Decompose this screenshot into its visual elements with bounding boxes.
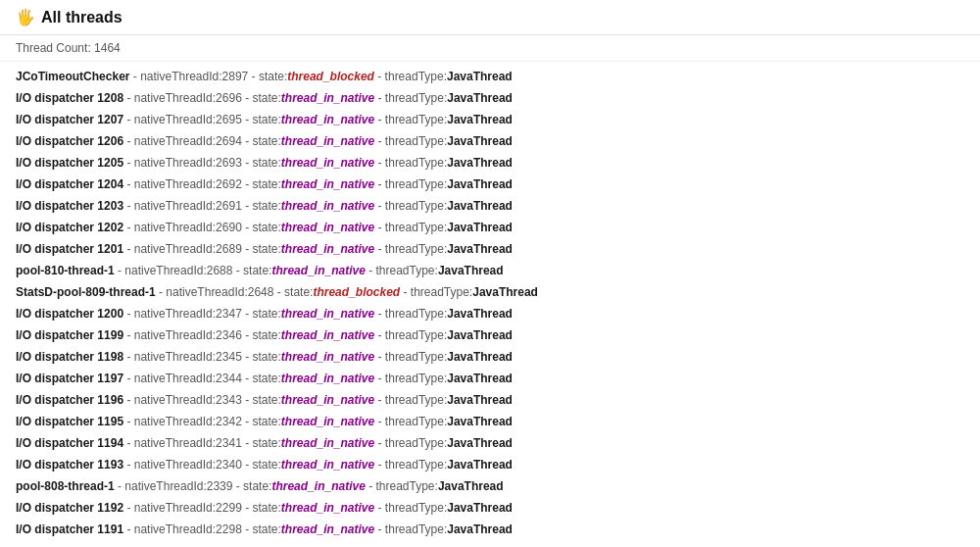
thread-state: thread_in_native <box>281 501 374 515</box>
thread-type-value: JavaThread <box>447 328 513 342</box>
thread-row[interactable]: I/O dispatcher 1197 - nativeThreadId:234… <box>16 368 964 389</box>
thread-native-id: - nativeThreadId:2341 - state: <box>123 436 281 450</box>
thread-name: I/O dispatcher 1192 <box>16 501 123 515</box>
thread-type-label: - threadType: <box>374 156 447 170</box>
thread-native-id: - nativeThreadId:2339 - state: <box>115 479 272 493</box>
thread-row[interactable]: I/O dispatcher 1192 - nativeThreadId:229… <box>16 497 964 519</box>
thread-name: I/O dispatcher 1193 <box>16 458 123 472</box>
thread-row[interactable]: pool-808-thread-1 - nativeThreadId:2339 … <box>16 475 964 497</box>
thread-type-value: JavaThread <box>447 522 513 536</box>
thread-state: thread_in_native <box>271 479 365 493</box>
thread-row[interactable]: I/O dispatcher 1207 - nativeThreadId:269… <box>16 109 964 130</box>
thread-state: thread_in_native <box>281 415 374 428</box>
thread-state: thread_in_native <box>281 436 374 450</box>
thread-type-label: - threadType: <box>374 415 447 428</box>
thread-row[interactable]: I/O dispatcher 1191 - nativeThreadId:229… <box>16 519 964 540</box>
thread-native-id: - nativeThreadId:2298 - state: <box>123 522 281 536</box>
thread-type-value: JavaThread <box>447 350 513 364</box>
thread-type-label: - threadType: <box>400 285 472 299</box>
thread-row[interactable]: I/O dispatcher 1196 - nativeThreadId:234… <box>16 389 964 411</box>
thread-type-value: JavaThread <box>447 199 513 213</box>
thread-native-id: - nativeThreadId:2340 - state: <box>123 458 281 472</box>
thread-native-id: - nativeThreadId:2299 - state: <box>123 501 281 515</box>
thread-type-value: JavaThread <box>472 285 538 299</box>
thread-row[interactable]: StatsD-pool-809-thread-1 - nativeThreadI… <box>16 281 964 303</box>
thread-type-value: JavaThread <box>447 458 513 472</box>
thread-state: thread_in_native <box>281 221 374 234</box>
thread-name: JCoTimeoutChecker <box>16 70 129 83</box>
thread-name: I/O dispatcher 1202 <box>16 221 123 234</box>
thread-type-label: - threadType: <box>366 479 438 493</box>
thread-count-bar: Thread Count: 1464 <box>0 35 980 62</box>
thread-state: thread_in_native <box>281 328 374 342</box>
thread-state: thread_in_native <box>281 156 374 170</box>
thread-native-id: - nativeThreadId:2342 - state: <box>123 415 281 428</box>
thread-name: I/O dispatcher 1204 <box>16 177 123 191</box>
thread-name: I/O dispatcher 1198 <box>16 350 123 364</box>
thread-list: JCoTimeoutChecker - nativeThreadId:2897 … <box>0 62 980 540</box>
thread-type-value: JavaThread <box>447 242 513 256</box>
thread-state: thread_in_native <box>281 458 374 472</box>
thread-state: thread_in_native <box>281 113 374 126</box>
thread-row[interactable]: I/O dispatcher 1208 - nativeThreadId:269… <box>16 87 964 109</box>
thread-row[interactable]: I/O dispatcher 1198 - nativeThreadId:234… <box>16 346 964 368</box>
thread-row[interactable]: JCoTimeoutChecker - nativeThreadId:2897 … <box>16 66 964 87</box>
thread-type-value: JavaThread <box>447 113 513 126</box>
thread-type-value: JavaThread <box>438 479 504 493</box>
thread-type-label: - threadType: <box>374 393 447 407</box>
thread-row[interactable]: I/O dispatcher 1204 - nativeThreadId:269… <box>16 174 964 195</box>
thread-state: thread_in_native <box>281 134 374 148</box>
thread-row[interactable]: I/O dispatcher 1201 - nativeThreadId:268… <box>16 238 964 260</box>
page-title: All threads <box>41 9 122 26</box>
thread-row[interactable]: I/O dispatcher 1195 - nativeThreadId:234… <box>16 411 964 432</box>
thread-native-id: - nativeThreadId:2694 - state: <box>123 134 281 148</box>
thread-row[interactable]: I/O dispatcher 1205 - nativeThreadId:269… <box>16 152 964 174</box>
thread-name: I/O dispatcher 1197 <box>16 372 123 385</box>
thread-count-value: 1464 <box>94 41 121 55</box>
thread-row[interactable]: I/O dispatcher 1194 - nativeThreadId:234… <box>16 432 964 454</box>
thread-name: I/O dispatcher 1207 <box>16 113 123 126</box>
thread-name: I/O dispatcher 1195 <box>16 415 123 428</box>
thread-native-id: - nativeThreadId:2688 - state: <box>115 264 272 277</box>
thread-native-id: - nativeThreadId:2346 - state: <box>123 328 281 342</box>
thread-type-label: - threadType: <box>374 501 447 515</box>
thread-type-value: JavaThread <box>447 501 513 515</box>
thread-type-value: JavaThread <box>447 372 513 385</box>
thread-state: thread_in_native <box>281 242 374 256</box>
thread-state: thread_in_native <box>281 350 374 364</box>
thread-type-value: JavaThread <box>447 393 513 407</box>
thread-type-value: JavaThread <box>447 70 513 83</box>
thread-name: I/O dispatcher 1196 <box>16 393 123 407</box>
thread-native-id: - nativeThreadId:2344 - state: <box>123 372 281 385</box>
thread-native-id: - nativeThreadId:2345 - state: <box>123 350 281 364</box>
thread-type-value: JavaThread <box>447 91 513 105</box>
thread-type-value: JavaThread <box>447 156 513 170</box>
thread-name: I/O dispatcher 1199 <box>16 328 123 342</box>
thread-name: I/O dispatcher 1194 <box>16 436 123 450</box>
thread-row[interactable]: I/O dispatcher 1200 - nativeThreadId:234… <box>16 303 964 324</box>
thread-type-label: - threadType: <box>374 307 447 321</box>
thread-row[interactable]: I/O dispatcher 1199 - nativeThreadId:234… <box>16 324 964 346</box>
thread-state: thread_in_native <box>281 372 374 385</box>
thread-name: I/O dispatcher 1206 <box>16 134 123 148</box>
thread-name: pool-810-thread-1 <box>16 264 115 277</box>
thread-row[interactable]: I/O dispatcher 1206 - nativeThreadId:269… <box>16 130 964 152</box>
thread-native-id: - nativeThreadId:2347 - state: <box>123 307 281 321</box>
thread-count-label: Thread Count: <box>16 41 91 55</box>
thread-row[interactable]: pool-810-thread-1 - nativeThreadId:2688 … <box>16 260 964 281</box>
thread-type-label: - threadType: <box>366 264 438 277</box>
thread-name: I/O dispatcher 1191 <box>16 522 123 536</box>
thread-row[interactable]: I/O dispatcher 1202 - nativeThreadId:269… <box>16 217 964 238</box>
page-header: 🖐 All threads <box>0 0 980 35</box>
thread-name: StatsD-pool-809-thread-1 <box>16 285 156 299</box>
thread-row[interactable]: I/O dispatcher 1203 - nativeThreadId:269… <box>16 195 964 217</box>
thread-name: pool-808-thread-1 <box>16 479 115 493</box>
thread-type-label: - threadType: <box>374 221 447 234</box>
thread-type-value: JavaThread <box>447 436 513 450</box>
thread-row[interactable]: I/O dispatcher 1193 - nativeThreadId:234… <box>16 454 964 475</box>
thread-type-value: JavaThread <box>438 264 504 277</box>
header-icon: 🖐 <box>16 8 35 26</box>
thread-type-label: - threadType: <box>374 113 447 126</box>
thread-state: thread_in_native <box>281 177 374 191</box>
thread-name: I/O dispatcher 1201 <box>16 242 123 256</box>
